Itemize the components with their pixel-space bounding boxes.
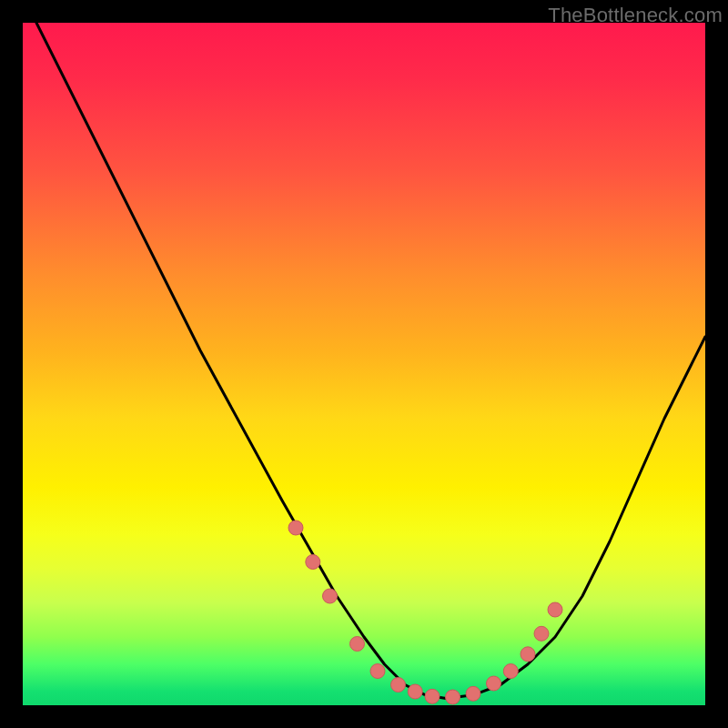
curve-marker (408, 684, 422, 699)
curve-marker (288, 521, 303, 535)
bottleneck-curve (36, 23, 705, 699)
curve-markers (288, 521, 562, 704)
curve-marker (370, 664, 385, 679)
plot-area (23, 23, 705, 705)
curve-marker (391, 678, 406, 693)
curve-marker (323, 589, 338, 603)
curve-marker (306, 555, 320, 570)
curve-marker (350, 637, 365, 652)
curve-marker (534, 626, 549, 641)
chart-frame: TheBottleneck.com (0, 0, 728, 728)
curve-marker (466, 686, 480, 701)
curve-marker (487, 676, 501, 691)
chart-svg (23, 23, 705, 705)
curve-marker (425, 689, 440, 703)
curve-marker (521, 647, 535, 662)
curve-marker (446, 690, 460, 704)
curve-marker (548, 602, 562, 617)
watermark-text: TheBottleneck.com (548, 4, 723, 27)
curve-marker (503, 664, 518, 679)
bottleneck-curve-path (36, 23, 705, 699)
